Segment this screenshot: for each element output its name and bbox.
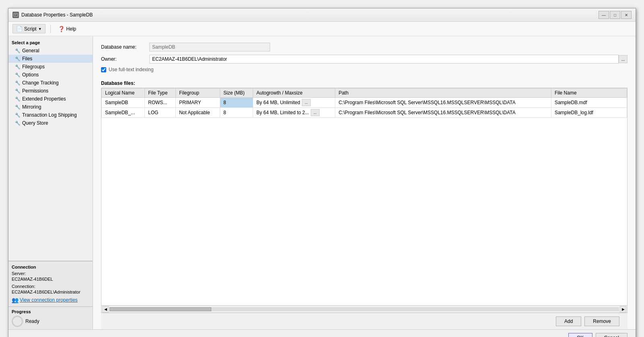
cell-filegroup-2: Not Applicable (175, 108, 220, 118)
progress-spinner (12, 316, 23, 327)
main-panel: Database name: SampleDB Owner: ... (93, 36, 636, 329)
progress-section: Progress Ready (8, 306, 93, 329)
table-scroll[interactable]: Logical Name File Type Filegroup Size (M… (101, 88, 627, 305)
owner-row: Owner: ... (101, 55, 627, 64)
wrench-icon-change-tracking: 🔧 (15, 80, 21, 86)
sidebar-label-general: General (22, 48, 39, 53)
add-button[interactable]: Add (556, 316, 581, 326)
wrench-icon-query-store: 🔧 (15, 121, 21, 126)
scroll-right-button[interactable]: ▶ (620, 306, 626, 312)
cancel-button[interactable]: Cancel (596, 333, 627, 337)
owner-label: Owner: (101, 56, 149, 62)
scroll-thumb (109, 307, 211, 311)
server-value: EC2AMAZ-41B6DEL (12, 277, 89, 282)
svg-rect-2 (14, 15, 16, 15)
sidebar-label-filegroups: Filegroups (22, 64, 45, 70)
wrench-icon-files: 🔧 (15, 56, 21, 62)
help-button[interactable]: ❓ Help (56, 25, 79, 33)
progress-row: Ready (12, 316, 89, 327)
view-connection-link[interactable]: 👥 View connection properties (12, 297, 89, 303)
sidebar: Select a page 🔧 General 🔧 Files 🔧 Filegr… (8, 36, 93, 329)
ok-button[interactable]: OK (568, 333, 592, 337)
col-path: Path (335, 88, 551, 98)
col-autogrowth: Autogrowth / Maxsize (253, 88, 335, 98)
cell-autogrowth-2: By 64 MB, Limited to 2... ... (253, 108, 335, 118)
sidebar-item-files[interactable]: 🔧 Files (8, 55, 93, 63)
sidebar-label-files: Files (22, 56, 32, 62)
maximize-button[interactable]: □ (610, 11, 620, 19)
sidebar-label-options: Options (22, 72, 39, 78)
cell-filename-1: SampleDB.mdf (551, 98, 627, 108)
sidebar-item-transaction-log[interactable]: 🔧 Transaction Log Shipping (8, 111, 93, 119)
table-row[interactable]: SampleDB ROWS... PRIMARY 8 By 64 MB, Unl… (102, 98, 627, 108)
window-body: 📄 Script ▼ ❓ Help Select a page 🔧 Genera… (8, 22, 636, 337)
cell-file-type-2: LOG (145, 108, 176, 118)
dialog-footer: OK Cancel (8, 329, 636, 337)
content-area: Select a page 🔧 General 🔧 Files 🔧 Filegr… (8, 36, 636, 329)
title-bar: Database Properties - SampleDB — □ ✕ (8, 8, 636, 22)
owner-input[interactable] (149, 55, 619, 64)
toolbar-separator (50, 25, 51, 33)
sidebar-item-extended-properties[interactable]: 🔧 Extended Properties (8, 95, 93, 103)
sidebar-label-permissions: Permissions (22, 88, 48, 94)
cell-file-type-1: ROWS... (145, 98, 176, 108)
sidebar-item-permissions[interactable]: 🔧 Permissions (8, 87, 93, 95)
sidebar-label-transaction: Transaction Log Shipping (22, 112, 77, 118)
files-section: Database files: Logical Name File Type F… (93, 80, 636, 329)
col-logical-name: Logical Name (102, 88, 145, 98)
wrench-icon-transaction: 🔧 (15, 113, 21, 118)
server-label: Server: (12, 271, 89, 276)
help-icon: ❓ (58, 26, 65, 32)
cell-size-1: 8 (220, 98, 253, 108)
cell-logical-name-2: SampleDB_... (102, 108, 145, 118)
autogrowth-browse-2[interactable]: ... (311, 109, 320, 116)
cell-size-2: 8 (220, 108, 253, 118)
cell-filename-2: SampleDB_log.ldf (551, 108, 627, 118)
sidebar-item-change-tracking[interactable]: 🔧 Change Tracking (8, 79, 93, 87)
sidebar-label-extended: Extended Properties (22, 96, 66, 102)
fulltext-label: Use full-text indexing (109, 67, 153, 72)
progress-title: Progress (12, 309, 89, 314)
owner-input-group: ... (149, 55, 627, 64)
connection-section: Connection Server: EC2AMAZ-41B6DEL Conne… (8, 261, 93, 306)
close-button[interactable]: ✕ (621, 11, 632, 19)
col-size: Size (MB) (220, 88, 253, 98)
col-filename: File Name (551, 88, 627, 98)
script-button[interactable]: 📄 Script ▼ (12, 24, 45, 33)
sidebar-item-options[interactable]: 🔧 Options (8, 71, 93, 79)
sidebar-section-title: Select a page (8, 39, 93, 47)
connection-label: Connection: (12, 284, 89, 289)
db-name-value: SampleDB (149, 43, 270, 51)
horizontal-scrollbar[interactable]: ◀ ▶ (101, 305, 627, 312)
sidebar-item-query-store[interactable]: 🔧 Query Store (8, 119, 93, 127)
sidebar-label-change-tracking: Change Tracking (22, 80, 59, 86)
autogrowth-browse-1[interactable]: ... (302, 99, 311, 106)
table-row[interactable]: SampleDB_... LOG Not Applicable 8 By 64 … (102, 108, 627, 118)
script-dropdown-icon: ▼ (38, 27, 42, 31)
form-area: Database name: SampleDB Owner: ... (93, 36, 636, 80)
wrench-icon-general: 🔧 (15, 48, 21, 53)
view-link-text: View connection properties (20, 297, 78, 303)
files-table: Logical Name File Type Filegroup Size (M… (101, 88, 627, 118)
sidebar-item-filegroups[interactable]: 🔧 Filegroups (8, 63, 93, 71)
col-file-type: File Type (145, 88, 176, 98)
script-label: Script (24, 26, 37, 32)
scroll-track[interactable] (109, 307, 619, 311)
sidebar-label-mirroring: Mirroring (22, 104, 41, 110)
app-icon (12, 12, 19, 18)
sidebar-section-pages: Select a page 🔧 General 🔧 Files 🔧 Filegr… (8, 36, 93, 129)
script-icon: 📄 (16, 26, 23, 32)
sidebar-item-mirroring[interactable]: 🔧 Mirroring (8, 103, 93, 111)
connection-title: Connection (12, 265, 89, 269)
sidebar-item-general[interactable]: 🔧 General (8, 47, 93, 55)
cell-autogrowth-1: By 64 MB, Unlimited ... (253, 98, 335, 108)
window-title: Database Properties - SampleDB (21, 12, 93, 18)
scroll-left-button[interactable]: ◀ (102, 306, 109, 312)
remove-button[interactable]: Remove (584, 316, 619, 326)
minimize-button[interactable]: — (599, 11, 609, 19)
progress-status: Ready (25, 319, 39, 324)
sidebar-bottom: Connection Server: EC2AMAZ-41B6DEL Conne… (8, 261, 93, 329)
owner-browse-button[interactable]: ... (619, 55, 627, 63)
fulltext-checkbox[interactable] (101, 67, 106, 72)
wrench-icon-extended: 🔧 (15, 97, 21, 102)
